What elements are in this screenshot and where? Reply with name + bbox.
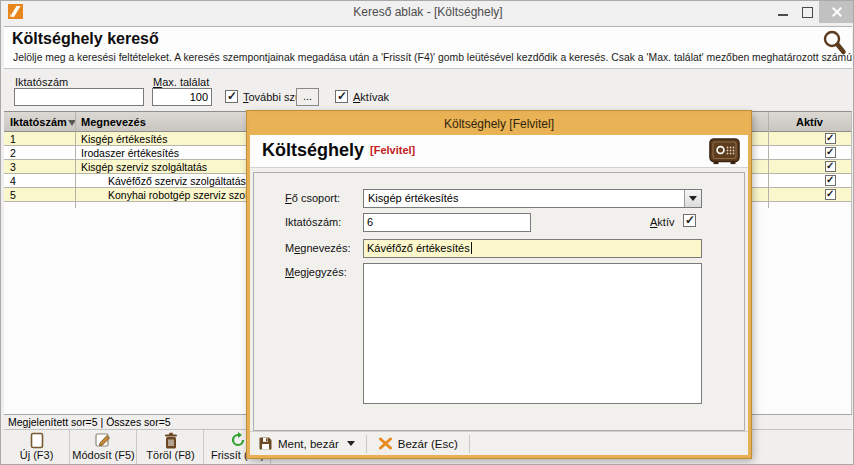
filter-aktivak-label: Aktívak <box>353 91 389 103</box>
row-active-checkbox[interactable] <box>825 189 836 200</box>
aktiv-label: Aktív <box>650 216 674 228</box>
row-active-checkbox[interactable] <box>825 175 836 186</box>
close-x-icon <box>378 437 393 450</box>
fo-csoport-select[interactable]: Kisgép értékesítés <box>363 189 702 208</box>
search-icon <box>821 29 847 57</box>
save-close-button[interactable]: Ment, bezár <box>250 433 363 455</box>
page-title: Költséghely kereső <box>12 30 159 48</box>
filter-max-talalat-input[interactable]: 100 <box>152 88 212 106</box>
new-document-icon <box>4 432 69 449</box>
dialog-toolbar: Ment, bezár Bezár (Esc) <box>250 431 748 455</box>
megjegyzes-textarea[interactable] <box>363 263 702 404</box>
filter-aktivak-checkbox[interactable] <box>335 90 348 103</box>
megnevezes-label: Megnevezés: <box>285 242 350 254</box>
more-filters-button[interactable]: ... <box>296 88 319 106</box>
filter-iktatoszam-input[interactable] <box>14 88 144 106</box>
trash-icon <box>138 432 203 449</box>
megnevezes-input[interactable]: Kávéfőző értékesítés <box>363 239 702 258</box>
window-titlebar[interactable]: Kereső ablak - [Költséghely] <box>1 1 854 23</box>
modify-button[interactable]: Módosít (F5) <box>71 430 137 464</box>
row-active-checkbox[interactable] <box>825 147 836 158</box>
close-dialog-button[interactable]: Bezár (Esc) <box>370 433 466 455</box>
filter-tovabbi-szures-checkbox[interactable] <box>225 90 238 103</box>
felvitel-dialog: Költséghely [Felvitel] Költséghely[Felvi… <box>247 111 751 458</box>
maximize-button[interactable] <box>795 1 819 23</box>
toolbar-divider <box>366 435 367 453</box>
dialog-titlebar[interactable]: Költséghely [Felvitel] <box>250 114 748 135</box>
new-button[interactable]: Új (F3) <box>4 430 70 464</box>
aktiv-checkbox[interactable] <box>683 214 696 227</box>
safe-icon[interactable] <box>709 138 741 165</box>
search-header-panel: Költséghely kereső Jelölje meg a keresés… <box>4 26 852 69</box>
save-icon <box>258 436 273 451</box>
row-active-checkbox[interactable] <box>825 133 836 144</box>
iktatoszam-input[interactable]: 6 <box>363 213 531 232</box>
dialog-heading: Költséghely[Felvitel] <box>262 140 415 161</box>
column-header-iktatoszam[interactable]: Iktatószám <box>10 116 67 128</box>
edit-icon <box>71 432 136 449</box>
close-button[interactable] <box>819 1 854 23</box>
text-cursor <box>471 242 472 254</box>
column-divider <box>75 112 76 208</box>
column-header-aktiv[interactable]: Aktív <box>796 116 823 128</box>
dialog-form-group: Fő csoport: Kisgép értékesítés Iktatószá… <box>253 172 745 431</box>
page-description: Jelölje meg a keresési feltételeket. A k… <box>13 52 854 63</box>
mode-badge: [Felvitel] <box>370 144 415 156</box>
chevron-down-icon <box>347 441 355 446</box>
iktatoszam-label: Iktatószám: <box>285 216 341 228</box>
column-header-megnevezes[interactable]: Megnevezés <box>81 116 146 128</box>
filter-max-talalat-label: Max. találat <box>153 76 209 88</box>
row-active-checkbox[interactable] <box>825 161 836 172</box>
filter-iktatoszam-label: Iktatószám <box>15 76 68 88</box>
dialog-heading-strip: Költséghely[Felvitel] <box>250 135 748 168</box>
chevron-down-icon[interactable] <box>684 190 701 207</box>
column-divider <box>768 112 769 208</box>
minimize-button[interactable] <box>771 1 795 23</box>
app-window: Kereső ablak - [Költséghely] Költséghely… <box>0 0 854 465</box>
window-title: Kereső ablak - [Költséghely] <box>1 1 854 23</box>
toolbar-divider <box>469 435 470 453</box>
megjegyzes-label: Megjegyzés: <box>285 266 347 278</box>
delete-button[interactable]: Töröl (F8) <box>138 430 204 464</box>
fo-csoport-label: Fő csoport: <box>285 192 340 204</box>
